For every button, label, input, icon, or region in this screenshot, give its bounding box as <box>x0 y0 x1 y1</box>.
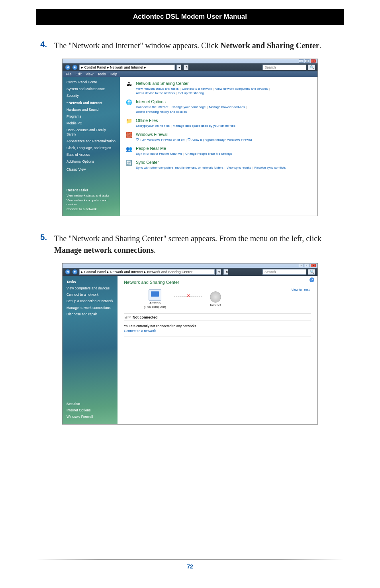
category-internet-options: 🌐 Internet Options Connect to the Intern… <box>125 99 312 114</box>
category-title[interactable]: People Near Me <box>136 146 312 151</box>
recent-task[interactable]: View network status and tasks <box>67 194 116 198</box>
status-header: 🖥✕ Not connected <box>124 313 311 321</box>
breadcrumb-dropdown[interactable]: ▾ <box>216 269 221 275</box>
breadcrumb[interactable]: ▸ Control Panel ▸ Network and Internet ▸… <box>79 269 215 275</box>
back-button[interactable]: ◄ <box>65 65 71 70</box>
link[interactable]: View network status and tasks <box>136 87 178 90</box>
sidebar-item[interactable]: Mobile PC <box>67 121 116 125</box>
task-link[interactable]: Diagnose and repair <box>67 312 114 316</box>
menu-tools[interactable]: Tools <box>97 72 106 76</box>
breadcrumb-dropdown[interactable]: ▾ <box>176 65 181 70</box>
link[interactable]: Connect to a network <box>182 87 212 90</box>
menu-help[interactable]: Help <box>110 72 117 76</box>
network-icon: 🖧 <box>125 81 133 88</box>
link[interactable]: Change your homepage <box>171 105 206 109</box>
link[interactable]: 🛡 <box>188 138 192 142</box>
forward-button[interactable]: ► <box>72 65 78 70</box>
maximize-button[interactable]: □ <box>305 264 310 267</box>
forward-button[interactable]: ► <box>72 269 78 275</box>
step-4-text-a: The "Network and Internet" window appear… <box>54 41 220 50</box>
link[interactable]: Set up file sharing <box>178 91 204 95</box>
search-input[interactable]: Search <box>262 65 306 70</box>
task-link[interactable]: Connect to a network <box>67 293 114 297</box>
link[interactable]: Add a device to the network <box>136 91 175 95</box>
link[interactable]: Connect to the Internet <box>136 105 168 109</box>
step-5-text-a: The "Network and Sharing Center" screen … <box>54 234 321 243</box>
sidebar-classic-view[interactable]: Classic View <box>67 167 116 171</box>
search-icon[interactable]: 🔍 <box>308 65 315 70</box>
help-icon[interactable]: ? <box>309 277 314 282</box>
sidebar-item[interactable]: Programs <box>67 114 116 118</box>
minimize-button[interactable]: – <box>299 264 304 267</box>
task-link-manage-connections[interactable]: Manage network connections <box>67 306 114 310</box>
sidebar-item[interactable]: Appearance and Personalization <box>67 139 116 143</box>
see-also-link[interactable]: Internet Options <box>67 408 114 412</box>
refresh-button[interactable]: ↻ <box>184 65 188 70</box>
recent-task[interactable]: Connect to a network <box>67 207 116 211</box>
search-icon[interactable]: 🔍 <box>308 269 315 275</box>
link[interactable]: Allow a program through Windows Firewall <box>192 138 252 142</box>
nav-toolbar: ◄ ► ▸ Control Panel ▸ Network and Intern… <box>63 63 317 71</box>
breadcrumb[interactable]: ▸ Control Panel ▸ Network and Internet ▸ <box>79 65 175 70</box>
link[interactable]: View network computers and devices <box>215 87 268 90</box>
page-number: 72 <box>0 563 380 570</box>
screenshot-sharing-center: – □ × ◄ ► ▸ Control Panel ▸ Network and … <box>62 263 318 425</box>
minimize-button[interactable]: – <box>299 59 304 63</box>
close-button[interactable]: × <box>311 264 316 267</box>
task-link[interactable]: View computers and devices <box>67 286 114 290</box>
category-title[interactable]: Windows Firewall <box>136 132 312 137</box>
sidebar-item-active[interactable]: Network and Internet <box>67 101 116 105</box>
connect-link[interactable]: Connect to a network <box>124 329 311 333</box>
category-title[interactable]: Internet Options <box>136 99 312 104</box>
link[interactable]: Sync with other computers, mobile device… <box>136 166 223 169</box>
category-title[interactable]: Sync Center <box>136 160 312 165</box>
close-button[interactable]: × <box>311 59 316 63</box>
menu-file[interactable]: File <box>66 72 72 76</box>
network-map: AROSS (This computer) Internet <box>144 289 311 309</box>
link[interactable]: Turn Windows Firewall on or off <box>140 138 184 142</box>
node-this-pc: AROSS (This computer) <box>144 289 166 309</box>
category-title[interactable]: Offline Files <box>136 118 312 123</box>
link[interactable]: Manage browser add-ons <box>209 105 245 109</box>
tasks-header: Tasks <box>67 280 114 284</box>
category-title[interactable]: Network and Sharing Center <box>136 81 312 86</box>
link[interactable]: View sync results <box>227 166 251 169</box>
category-links: Connect to the Internet|Change your home… <box>136 105 312 114</box>
sidebar-item[interactable]: Security <box>67 94 116 98</box>
back-button[interactable]: ◄ <box>65 269 71 275</box>
link[interactable]: Encrypt your offline files <box>136 124 170 128</box>
sidebar-item[interactable]: Hardware and Sound <box>67 108 116 112</box>
category-links: Encrypt your offline files|Manage disk s… <box>136 124 312 128</box>
connection-broken-icon <box>174 296 202 297</box>
link[interactable]: Sign in or out of People Near Me <box>136 152 182 155</box>
task-link[interactable]: Set up a connection or network <box>67 299 114 303</box>
step-5-number: 5. <box>36 233 47 256</box>
see-also-link[interactable]: Windows Firewall <box>67 415 114 419</box>
maximize-button[interactable]: □ <box>305 59 310 63</box>
link[interactable]: Delete browsing history and cookies <box>136 110 187 114</box>
view-full-map-link[interactable]: View full map <box>292 288 310 291</box>
search-input[interactable]: Search <box>262 269 306 275</box>
category-network-sharing: 🖧 Network and Sharing Center View networ… <box>125 81 312 95</box>
link[interactable]: 🛡 <box>136 138 140 142</box>
recent-task[interactable]: View network computers and devices <box>67 199 116 206</box>
link[interactable]: Resolve sync conflicts <box>254 166 286 169</box>
sidebar-item[interactable]: System and Maintenance <box>67 87 116 91</box>
refresh-button[interactable]: ↻ <box>223 269 228 275</box>
window-titlebar: – □ × <box>63 59 317 63</box>
menu-view[interactable]: View <box>86 72 93 76</box>
link[interactable]: Manage disk space used by your offline f… <box>173 124 235 128</box>
menu-edit[interactable]: Edit <box>76 72 82 76</box>
sidebar-item[interactable]: Ease of Access <box>67 153 116 157</box>
step-5-bold: Manage network connections <box>54 246 154 254</box>
menu-bar: File Edit View Tools Help <box>63 71 317 77</box>
step-4: 4. The "Network and Internet" window app… <box>36 40 344 51</box>
see-also: See also Internet Options Windows Firewa… <box>67 402 114 421</box>
sidebar-item[interactable]: Additional Options <box>67 159 116 163</box>
category-sync-center: 🔄 Sync Center Sync with other computers,… <box>125 160 312 170</box>
sidebar-item[interactable]: User Accounts and Family Safety <box>67 128 116 136</box>
sidebar-item[interactable]: Clock, Language, and Region <box>67 146 116 150</box>
step-4-number: 4. <box>36 40 47 51</box>
link[interactable]: Change People Near Me settings <box>185 152 232 155</box>
sidebar-home[interactable]: Control Panel Home <box>67 80 116 84</box>
